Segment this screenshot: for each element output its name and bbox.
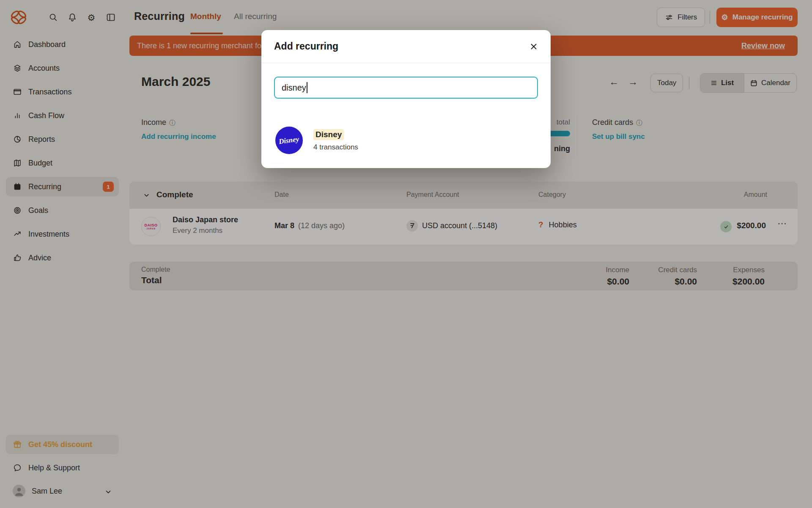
modal-header: Add recurring (261, 30, 551, 63)
add-recurring-modal: Add recurring disney Disney Disney 4 tra… (261, 30, 551, 168)
modal-title: Add recurring (274, 41, 338, 52)
disney-logo: Disney (275, 127, 303, 154)
result-transaction-count: 4 transactions (313, 143, 358, 152)
search-input-value: disney (282, 83, 306, 93)
app-window: ⚙ Recurring Monthly All recurring Filter… (0, 0, 812, 508)
merchant-search-input[interactable]: disney (274, 77, 538, 99)
close-icon[interactable] (529, 42, 538, 51)
result-name: Disney (313, 129, 344, 140)
search-result-disney[interactable]: Disney Disney 4 transactions (275, 127, 358, 154)
text-caret (307, 82, 307, 93)
